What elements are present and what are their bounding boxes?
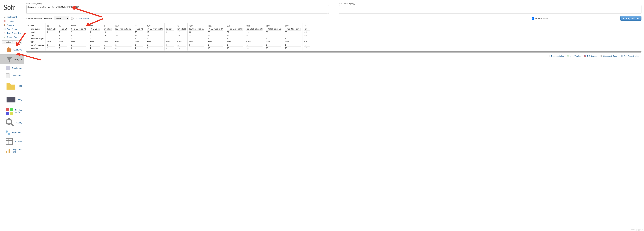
- svg-point-21: [584, 55, 585, 56]
- help-button[interactable]: ?: [71, 17, 74, 20]
- people-icon: [584, 55, 586, 57]
- subnav-plugins[interactable]: Plugins / Stats: [0, 106, 24, 117]
- svg-rect-10: [6, 112, 9, 115]
- nav-label: Segments info: [13, 148, 22, 153]
- svg-rect-19: [549, 55, 550, 57]
- token-column: 在[e5 9c a8]121word12: [57, 23, 69, 50]
- search-icon: [5, 118, 16, 128]
- home-icon: [5, 46, 12, 53]
- token-column: 进行[e8 bf 9b e8 a1 8c]31331word115: [264, 23, 283, 50]
- subnav-replication[interactable]: Replication: [0, 129, 24, 136]
- footer-issue-tracker[interactable]: Issue Tracker: [567, 55, 581, 57]
- java-icon: [4, 32, 6, 34]
- import-icon: [5, 65, 11, 71]
- subnav-overview[interactable]: Overview: [0, 45, 24, 54]
- token-column: 要[e8 a6 81]011word11: [45, 23, 57, 50]
- token-column: ，[ef bc 8c]21221word19: [164, 23, 176, 50]
- nav-label: Plugins / Stats: [15, 109, 22, 114]
- analysis-result-table: JT textraw_bytesstartendpositionLengthty…: [26, 23, 642, 52]
- replication-icon: [5, 130, 11, 136]
- nav-label: Dataimport: [12, 67, 22, 69]
- nav-label: Core Admin: [7, 28, 18, 30]
- svg-point-20: [567, 55, 568, 57]
- subnav-documents[interactable]: Documents: [0, 72, 24, 79]
- nav-label: Overview: [14, 49, 22, 51]
- svg-rect-6: [6, 74, 9, 78]
- nav-label: Replication: [12, 131, 22, 134]
- sidebar: Solr Dashboard Logging Security Core Adm…: [0, 0, 24, 231]
- horizontal-scrollbar[interactable]: [26, 51, 642, 52]
- svg-rect-9: [10, 108, 13, 111]
- svg-rect-8: [6, 108, 9, 111]
- funnel-icon: [5, 55, 13, 63]
- bug-icon: [567, 55, 569, 57]
- token-column: solr[73 6f 6c 72]9131word14: [88, 23, 102, 50]
- core-admin-icon: [4, 28, 6, 30]
- nav-label: Analysis: [14, 58, 22, 61]
- svg-rect-3: [4, 28, 4, 30]
- collection-selector[interactable]: collection_1: [2, 40, 22, 44]
- dashboard-icon: [4, 16, 6, 18]
- button-label: Analyse Values: [626, 17, 639, 19]
- nav-core-admin[interactable]: Core Admin: [0, 27, 24, 31]
- nav-security[interactable]: Security: [0, 23, 24, 27]
- main-panel: Field Value (Index) 要在Docker Solr中添加JAR文…: [24, 1, 644, 231]
- nav-label: Files: [18, 85, 22, 87]
- svg-rect-11: [10, 112, 13, 115]
- index-field-label: Field Value (Index): [26, 2, 329, 4]
- nav-logging[interactable]: Logging: [0, 19, 24, 23]
- footer-links: Documentation Issue Tracker IRC Channel …: [548, 55, 639, 57]
- subnav-query[interactable]: Query: [0, 117, 24, 129]
- subnav-segments[interactable]: Segments info: [0, 147, 24, 155]
- nav-label: Documents: [12, 74, 22, 77]
- folder-icon: [5, 80, 17, 92]
- token-column: 以下[e4 bb a5 e4 b8 8b]27291word113: [225, 23, 244, 50]
- svg-point-0: [4, 17, 5, 17]
- nav-dashboard[interactable]: Dashboard: [0, 15, 24, 19]
- svg-point-22: [585, 55, 586, 56]
- token-column: 通过[e9 80 9a e8 bf 87]25271word112: [206, 23, 225, 50]
- svg-rect-15: [6, 138, 12, 145]
- footer-community[interactable]: Community forum: [600, 55, 618, 57]
- token-column: ：[ef35361wo117: [302, 23, 312, 50]
- subnav-files[interactable]: Files: [0, 79, 24, 93]
- subnav-analysis[interactable]: Analysis: [0, 54, 24, 64]
- analyzer-abbr: JT: [26, 23, 30, 50]
- security-icon: [4, 24, 6, 26]
- plugins-icon: [5, 107, 14, 116]
- footer-documentation[interactable]: Documentation: [548, 55, 564, 57]
- verbose-output-checkbox[interactable]: Verbose Output: [532, 17, 548, 19]
- index-field-value[interactable]: 要在Docker Solr中添加JAR文件，你可以通过以下步骤进行操作：: [26, 5, 329, 14]
- token-column: docker[64 6f 63 6b 65 72]281word13: [69, 23, 88, 50]
- fieldtype-selector[interactable]: name: [54, 16, 69, 20]
- schema-browser-link[interactable]: Schema Browser: [75, 17, 90, 19]
- subnav-schema[interactable]: Schema: [0, 136, 24, 147]
- nav-label: Security: [7, 24, 14, 26]
- svg-point-13: [6, 130, 8, 133]
- verbose-checkbox-input[interactable]: [532, 17, 534, 19]
- analyse-fieldname-label: Analyse Fieldname / FieldType:: [26, 17, 52, 19]
- token-columns: 要[e8 a6 81]011word11在[e5 9c a8]121word12…: [45, 23, 642, 50]
- svg-rect-7: [6, 97, 16, 102]
- nav-java-properties[interactable]: Java Properties: [0, 31, 24, 35]
- footer-query-syntax[interactable]: Solr Query Syntax: [621, 55, 639, 57]
- book-icon: [621, 55, 623, 57]
- token-column: 添加[e6 b7 bb e5 8a a0]14161word16: [114, 23, 133, 50]
- svg-point-12: [6, 119, 12, 124]
- svg-rect-24: [621, 55, 623, 57]
- nav-thread-dump[interactable]: Thread Dump: [0, 35, 24, 39]
- nav-label: Schema: [14, 140, 22, 143]
- svg-rect-4: [5, 28, 6, 30]
- nav-label: Ping: [18, 98, 22, 101]
- row-labels: textraw_bytesstartendpositionLengthtypet…: [30, 23, 45, 50]
- footer-irc[interactable]: IRC Channel: [584, 55, 597, 57]
- mail-icon: [600, 55, 602, 57]
- schema-icon: [5, 137, 14, 146]
- token-column: 可以[e5 8f af e4 bb a5]23251word111: [188, 23, 206, 50]
- token-column: 步骤[e6 ad a5 e9 aa a4]29311word114: [244, 23, 264, 50]
- analyse-values-button[interactable]: Analyse Values: [620, 16, 642, 20]
- subnav-ping[interactable]: Ping: [0, 93, 24, 106]
- logo-text: Solr: [4, 3, 14, 11]
- query-field-value[interactable]: [339, 5, 642, 14]
- subnav-dataimport[interactable]: Dataimport: [0, 64, 24, 72]
